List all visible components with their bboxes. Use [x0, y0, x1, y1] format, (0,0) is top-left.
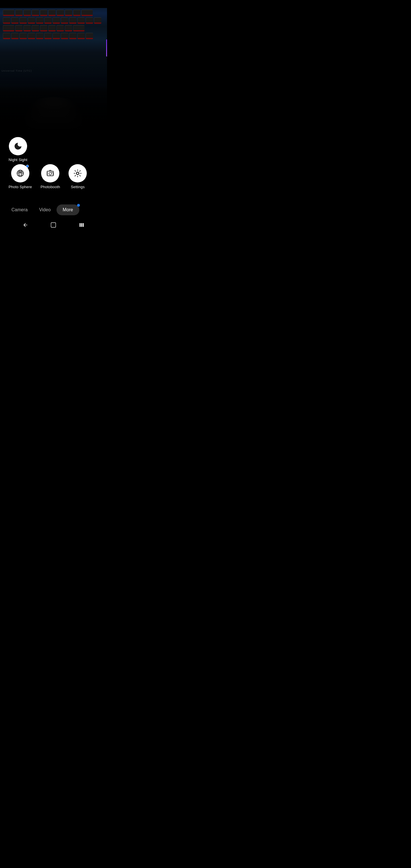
settings-icon-circle: [68, 164, 87, 182]
camera-background: Universal Time (UTC): [0, 0, 107, 131]
svg-rect-8: [80, 223, 81, 227]
more-tab-dot: [77, 204, 80, 207]
photobooth-label: Photobooth: [40, 185, 60, 189]
more-tab-label: More: [63, 207, 73, 212]
mode-photobooth[interactable]: Photobooth: [40, 164, 60, 189]
svg-point-4: [49, 173, 52, 175]
photo-sphere-dot: [26, 165, 29, 167]
mode-night-sight[interactable]: Night Sight: [8, 137, 27, 162]
viewfinder: Universal Time (UTC): [0, 0, 107, 131]
mode-photo-sphere[interactable]: Photo Sphere: [8, 164, 32, 189]
viewfinder-gradient: [0, 74, 107, 131]
settings-label: Settings: [71, 185, 85, 189]
photobooth-icon-circle: [41, 164, 59, 182]
home-button[interactable]: [48, 219, 59, 231]
recents-icon: [78, 222, 85, 228]
photo-sphere-icon-circle: [11, 164, 29, 182]
svg-point-2: [20, 171, 21, 173]
content-area: Night Sight: [0, 131, 107, 232]
mode-settings[interactable]: Settings: [68, 164, 87, 189]
photo-sphere-label: Photo Sphere: [8, 185, 32, 189]
photobooth-icon: [46, 169, 55, 178]
svg-rect-9: [81, 223, 82, 227]
accent-bar: [106, 39, 107, 57]
home-icon: [50, 222, 57, 228]
reference-text: Universal Time (UTC): [1, 69, 32, 72]
svg-rect-7: [51, 223, 56, 227]
modes-row-2: Photo Sphere: [8, 164, 98, 189]
tab-camera[interactable]: Camera: [6, 205, 33, 215]
nav-bar: [0, 218, 107, 232]
moon-icon: [14, 142, 22, 151]
gear-icon: [73, 169, 82, 178]
svg-point-6: [77, 172, 79, 175]
screen: Universal Time (UTC) Nigh: [0, 0, 107, 232]
sphere-icon: [16, 169, 25, 178]
tab-video[interactable]: Video: [33, 205, 57, 215]
keyboard-visual: [0, 0, 107, 72]
back-button[interactable]: [20, 219, 31, 231]
modes-row-1: Night Sight: [8, 137, 98, 162]
svg-rect-10: [83, 223, 84, 227]
svg-rect-5: [52, 172, 53, 173]
back-icon: [23, 222, 28, 228]
bottom-tabs: Camera Video More: [0, 202, 107, 218]
video-tab-label: Video: [39, 207, 51, 212]
night-sight-icon-circle: [9, 137, 27, 155]
status-bar: [0, 0, 107, 8]
camera-tab-label: Camera: [11, 207, 28, 212]
night-sight-label: Night Sight: [8, 158, 27, 162]
modes-grid: Night Sight: [0, 131, 107, 194]
tab-more[interactable]: More: [57, 205, 80, 215]
recents-button[interactable]: [76, 219, 87, 231]
